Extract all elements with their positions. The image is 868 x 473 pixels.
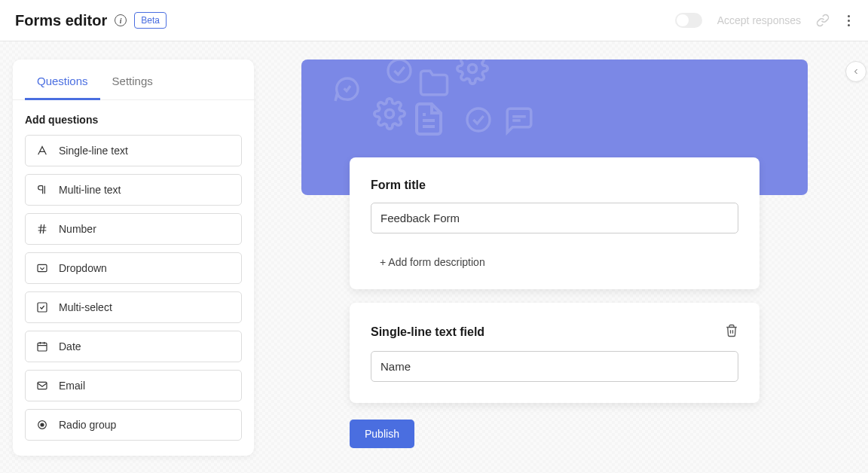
field-label-input[interactable] [371,351,738,382]
decor-icon [418,67,450,99]
svg-point-6 [386,110,394,118]
info-icon[interactable]: i [115,14,127,26]
qtype-email[interactable]: Email [25,370,242,401]
link-icon[interactable] [816,14,830,27]
form-field-card: Single-line text field [350,303,760,403]
beta-badge: Beta [134,12,167,29]
field-type-label: Single-line text field [371,325,484,339]
trash-icon[interactable] [725,324,738,340]
accept-responses-label: Accept responses [717,14,801,26]
tab-questions[interactable]: Questions [25,60,100,100]
form-canvas: Form title + Add form description Single… [301,60,808,473]
text-icon [36,145,48,157]
qtype-number[interactable]: Number [25,213,242,245]
dropdown-icon [36,262,48,274]
decor-icon [463,105,494,135]
decor-icon [411,101,447,137]
more-menu-button[interactable] [845,12,853,29]
radio-icon [36,419,48,431]
svg-point-9 [467,108,490,131]
app-header: Forms editor i Beta Accept responses [0,0,868,41]
decor-icon [384,60,414,86]
svg-point-7 [388,60,411,82]
qtype-multi-line-text[interactable]: Multi-line text [25,174,242,206]
svg-point-5 [41,423,44,426]
form-title-label: Form title [371,179,738,192]
calendar-icon [36,340,48,352]
qtype-single-line-text[interactable]: Single-line text [25,135,242,166]
svg-rect-3 [38,382,47,389]
qtype-radio-group[interactable]: Radio group [25,409,242,441]
checkbox-icon [36,301,48,313]
qtype-multi-select[interactable]: Multi-select [25,291,242,323]
decor-icon [456,60,489,85]
svg-rect-0 [38,264,47,271]
svg-rect-2 [38,343,47,351]
qtype-label: Single-line text [59,145,128,157]
hash-icon [36,223,48,235]
qtype-label: Dropdown [59,262,107,274]
qtype-label: Radio group [59,419,116,431]
decor-icon [373,97,406,130]
sidebar-tabs: Questions Settings [13,60,254,100]
add-description-button[interactable]: + Add form description [371,256,738,268]
decor-icon [332,75,362,105]
envelope-icon [36,380,48,392]
form-title-card: Form title + Add form description [350,157,760,289]
form-title-input[interactable] [371,203,738,233]
paragraph-icon [36,184,48,196]
workspace: Questions Settings Add questions Single-… [0,41,868,473]
chevron-left-icon [851,67,860,76]
tab-settings[interactable]: Settings [100,60,165,100]
qtype-label: Multi-line text [59,184,121,196]
add-questions-heading: Add questions [13,100,254,135]
qtype-label: Date [59,340,81,352]
qtype-dropdown[interactable]: Dropdown [25,252,242,284]
publish-button[interactable]: Publish [350,420,414,448]
qtype-label: Number [59,223,96,235]
page-title: Forms editor [15,12,107,29]
qtype-date[interactable]: Date [25,331,242,362]
svg-point-8 [469,65,477,73]
qtype-label: Multi-select [59,301,112,313]
decor-icon [503,105,535,136]
question-type-list: Single-line text Multi-line text Number … [13,135,254,441]
sidebar: Questions Settings Add questions Single-… [13,60,254,456]
accept-responses-toggle[interactable] [675,13,702,28]
qtype-label: Email [59,380,85,392]
svg-rect-1 [38,303,47,312]
collapse-panel-button[interactable] [845,61,866,82]
